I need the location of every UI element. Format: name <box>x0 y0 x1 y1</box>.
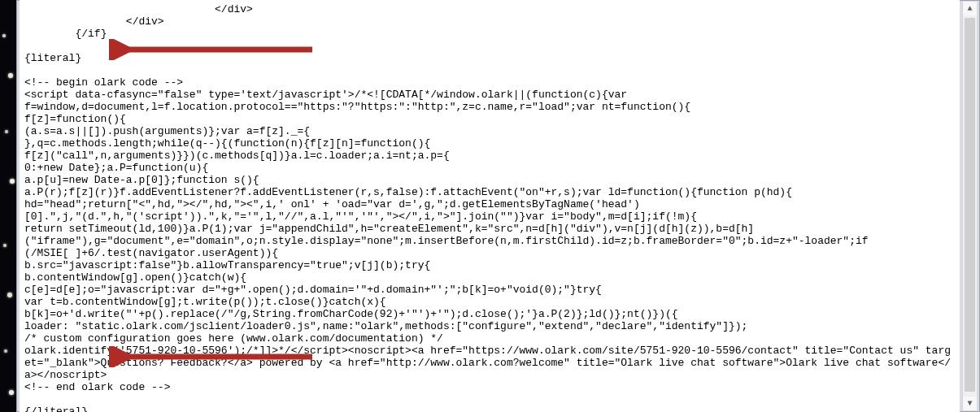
code-line: b.contentWindow[g].open()}catch(w){ <box>24 271 246 284</box>
code-line: f=window,d=document,l=f.location.protoco… <box>24 101 690 113</box>
code-line: return setTimeout(ld,100)}a.P(1);var j="… <box>24 223 754 235</box>
code-line: <!-- begin olark code --> <box>24 76 183 89</box>
code-line: <script data-cfasync="false" type='text/… <box>24 89 627 101</box>
vertical-scrollbar[interactable]: ▲ ▼ <box>962 2 977 410</box>
code-line: ("iframe"),g="document",e="domain",o;n.s… <box>24 235 869 247</box>
code-line: f[z]("call",n,arguments)}})(c.methods[q]… <box>24 150 450 162</box>
code-line: (a.s=a.s||[]).push(arguments)};var a=f[z… <box>24 125 310 137</box>
code-line: {/if} <box>24 28 107 40</box>
star-icon <box>5 130 8 133</box>
code-line: var t=b.contentWindow[g];t.write(p());t.… <box>24 296 386 308</box>
scroll-up-button[interactable]: ▲ <box>963 2 977 15</box>
code-line-literal-close: {/literal} <box>24 405 88 412</box>
star-icon <box>4 349 7 353</box>
code-line: hd="head";return["<",hd,"></",hd,"><",i,… <box>24 198 640 210</box>
code-line: /* custom configuration goes here (www.o… <box>24 332 443 345</box>
chevron-up-icon: ▲ <box>967 2 972 15</box>
code-editor-viewport[interactable]: </div> </div> {/if} {literal} <!-- begin… <box>20 0 960 412</box>
star-icon <box>3 244 7 247</box>
code-line: </div> <box>24 3 253 15</box>
code-line: f[z]=function(){ <box>24 113 126 125</box>
code-line: [0].",j,"(d.",h,"('script')).",k,"='",l,… <box>24 210 697 223</box>
desktop-background-strip <box>0 0 16 412</box>
code-line: olark.identify('5751-920-10-5596');/*]]>… <box>24 345 951 381</box>
code-line: },q=c.methods.length;while(q--){(functio… <box>24 137 430 150</box>
code-line: c[e]=d[e];o="javascript:var d="+g+".open… <box>24 284 602 296</box>
chevron-down-icon: ▼ <box>967 397 972 410</box>
star-icon <box>7 293 12 297</box>
code-line: 0:+new Date};a.P=function(u){ <box>24 162 208 174</box>
star-icon <box>2 34 6 37</box>
code-line: </div> <box>24 15 164 28</box>
code-line: b[k]=o+'d.write("'+p().replace(/"/g,Stri… <box>24 308 678 320</box>
code-line: loader: "static.olark.com/jsclient/loade… <box>24 320 747 332</box>
star-icon <box>8 73 13 78</box>
scroll-thumb[interactable] <box>965 18 975 392</box>
code-line: (/MSIE[ ]+6/.test(navigator.userAgent)){ <box>24 247 278 259</box>
code-line: a.P(r);f[z](r)}f.addEventListener?f.addE… <box>24 186 792 198</box>
code-line: <!-- end olark code --> <box>24 381 170 393</box>
code-line-literal-open: {literal} <box>24 52 81 64</box>
star-icon <box>9 390 14 395</box>
star-icon <box>10 179 15 184</box>
code-line: a.p[u]=new Date-a.p[0]};function s(){ <box>24 174 259 186</box>
code-line: b.src="javascript:false"}b.allowTranspar… <box>24 259 430 271</box>
scroll-down-button[interactable]: ▼ <box>963 397 977 410</box>
